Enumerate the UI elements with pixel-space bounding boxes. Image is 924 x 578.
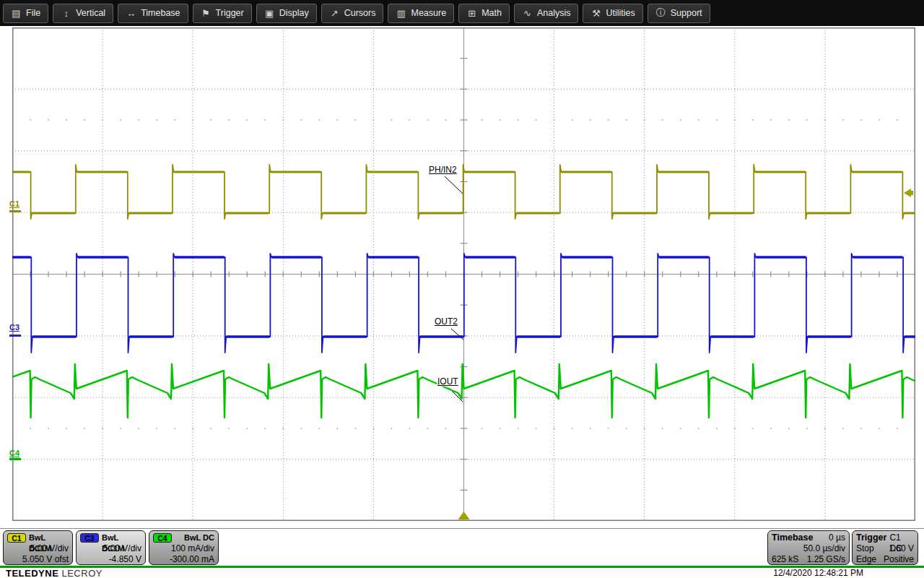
trigger-level-marker-stub	[911, 191, 913, 195]
measure-icon: ▥	[396, 8, 406, 19]
menu-item-analysis[interactable]: ∿ Analysis	[514, 4, 579, 23]
file-icon: ▤	[11, 8, 22, 19]
waveform-display-area[interactable]: C1 C3 C4 PH/IN2 OUT2 IOUT	[0, 26, 924, 528]
menu-item-label: File	[26, 8, 40, 18]
menu-item-label: Utilities	[606, 8, 635, 18]
channel-descriptor-c1[interactable]: C1 BwL DC1M 5.00 V/div 5.050 V ofst	[3, 530, 73, 565]
menu-item-label: Cursors	[344, 8, 376, 18]
c3-scale: 5.00 V/div	[103, 543, 141, 554]
trigger-time-marker	[458, 512, 470, 519]
vertical-icon: ↕	[61, 8, 71, 19]
ph-in2-leader-line	[445, 176, 463, 194]
menu-item-display[interactable]: ▣ Display	[256, 4, 317, 23]
menu-item-label: Support	[671, 8, 702, 18]
footer: TELEDYNE LECROY 12/4/2020 12:48:21 PM	[0, 568, 924, 578]
channel-offset-marker-c4[interactable]	[9, 458, 21, 460]
menu-item-label: Trigger	[216, 8, 244, 18]
channel-label-c3[interactable]: C3	[9, 323, 19, 332]
channel-descriptor-c4[interactable]: C4 BwL DC 100 mA/div -300.00 mA	[149, 530, 219, 565]
menu-item-label: Analysis	[537, 8, 571, 18]
timebase-icon: ↔	[126, 8, 136, 19]
menu-item-file[interactable]: ▤ File	[3, 4, 48, 23]
trace-label-ph-in2: PH/IN2	[428, 165, 458, 175]
c1-coupling: BwL DC1M	[29, 532, 69, 543]
trace-label-out2: OUT2	[434, 316, 458, 327]
menu-item-label: Math	[481, 8, 502, 18]
c4-offset: -300.00 mA	[170, 554, 214, 565]
trigger-descriptor[interactable]: Trigger C1 DC Stop 1.60 V Edge Positive	[852, 530, 918, 565]
c4-chip: C4	[153, 533, 172, 543]
timebase-samples: 625 kS	[772, 554, 798, 565]
menu-item-label: Measure	[411, 8, 446, 18]
trigger-flag-icon: ⚑	[201, 8, 212, 19]
menu-item-label: Display	[279, 8, 309, 18]
channel-offset-marker-c3[interactable]	[9, 335, 21, 337]
menu-item-timebase[interactable]: ↔ Timebase	[118, 4, 188, 23]
waveform-grid[interactable]	[12, 27, 915, 521]
trigger-level: 1.60 V	[889, 543, 914, 554]
channel-descriptor-c3[interactable]: C3 BwL DC1M 5.00 V/div -4.850 V	[76, 530, 146, 565]
trigger-title: Trigger	[856, 532, 886, 543]
timebase-scale: 50.0 µs/div	[803, 543, 845, 554]
c3-chip: C3	[80, 533, 99, 543]
c3-coupling: BwL DC1M	[102, 532, 141, 543]
trigger-mode: Stop	[856, 543, 874, 554]
timebase-descriptor[interactable]: Timebase 0 µs 50.0 µs/div 625 kS 1.25 GS…	[767, 530, 850, 565]
trigger-level-marker[interactable]	[904, 189, 911, 197]
menu-item-label: Timebase	[141, 8, 180, 18]
c1-offset: 5.050 V ofst	[22, 554, 69, 565]
menu-bar: ▤ File ↕ Vertical ↔ Timebase ⚑ Trigger ▣…	[0, 0, 924, 26]
trigger-slope: Positive	[884, 554, 914, 565]
menu-item-math[interactable]: ⊞ Math	[458, 4, 510, 23]
menu-item-cursors[interactable]: ↗ Cursors	[321, 4, 384, 23]
menu-item-label: Vertical	[76, 8, 105, 18]
trigger-source: C1 DC	[889, 532, 914, 543]
trigger-type: Edge	[856, 554, 876, 565]
oscilloscope-screen: ▤ File ↕ Vertical ↔ Timebase ⚑ Trigger ▣…	[0, 0, 924, 578]
c3-offset: -4.850 V	[109, 554, 141, 565]
status-bar: C1 BwL DC1M 5.00 V/div 5.050 V ofst C3 B…	[0, 528, 924, 566]
menu-item-vertical[interactable]: ↕ Vertical	[53, 4, 113, 23]
timebase-title: Timebase	[772, 532, 813, 543]
brand-primary: TELEDYNE	[6, 568, 58, 578]
c4-scale: 100 mA/div	[171, 543, 214, 554]
c1-chip: C1	[7, 533, 26, 543]
trace-label-iout: IOUT	[437, 376, 459, 387]
channel-label-c4[interactable]: C4	[9, 449, 19, 457]
channel-offset-marker-c1[interactable]	[9, 210, 21, 212]
timebase-rate: 1.25 GS/s	[807, 554, 845, 565]
math-icon: ⊞	[466, 8, 477, 19]
utilities-icon: ⚒	[590, 8, 601, 19]
datetime-display: 12/4/2020 12:48:21 PM	[773, 568, 863, 578]
cursors-icon: ↗	[329, 8, 340, 19]
menu-item-support[interactable]: ⓘ Support	[648, 4, 710, 23]
menu-item-utilities[interactable]: ⚒ Utilities	[583, 4, 642, 23]
analysis-icon: ∿	[522, 8, 533, 19]
menu-item-trigger[interactable]: ⚑ Trigger	[193, 4, 252, 23]
teledyne-lecroy-logo: TELEDYNE LECROY	[6, 568, 103, 578]
channel-label-c1[interactable]: C1	[9, 199, 19, 208]
support-info-icon: ⓘ	[655, 7, 666, 20]
menu-item-measure[interactable]: ▥ Measure	[388, 4, 454, 23]
display-icon: ▣	[264, 8, 275, 19]
trace-phin2	[12, 165, 915, 219]
timebase-position: 0 µs	[829, 532, 845, 543]
brand-secondary: LECROY	[61, 568, 102, 578]
c4-coupling: BwL DC	[184, 532, 214, 543]
c1-scale: 5.00 V/div	[30, 543, 69, 554]
